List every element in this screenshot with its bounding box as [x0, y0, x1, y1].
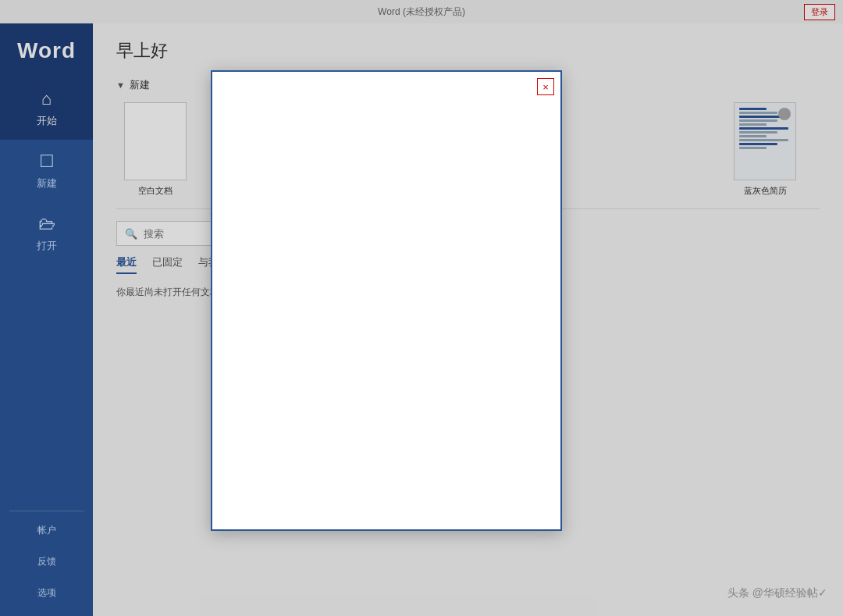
- watermark-text: 头条 @华硕经验帖✓: [727, 586, 827, 600]
- modal-document-content: [212, 72, 560, 529]
- document-preview-modal: ×: [211, 70, 562, 531]
- modal-close-button[interactable]: ×: [537, 78, 554, 95]
- modal-overlay: ×: [0, 0, 843, 616]
